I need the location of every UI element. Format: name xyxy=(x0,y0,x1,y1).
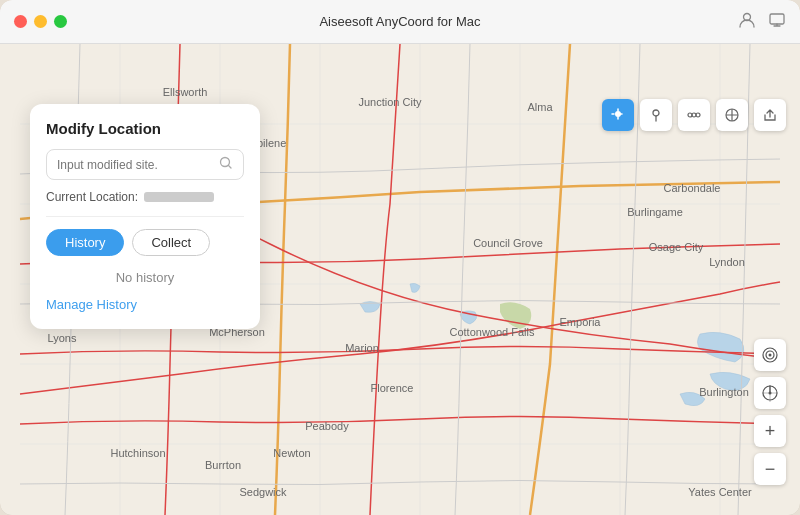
panel-title: Modify Location xyxy=(46,120,244,137)
svg-text:Junction City: Junction City xyxy=(359,96,422,108)
svg-text:Marion: Marion xyxy=(345,342,379,354)
user-icon[interactable] xyxy=(738,11,756,33)
panel-divider xyxy=(46,216,244,217)
svg-text:Florence: Florence xyxy=(371,382,414,394)
no-history-text: No history xyxy=(46,270,244,285)
svg-text:Ellsworth: Ellsworth xyxy=(163,86,208,98)
svg-text:Carbondale: Carbondale xyxy=(664,182,721,194)
radar-button[interactable] xyxy=(754,339,786,371)
current-location: Current Location: xyxy=(46,190,244,204)
svg-point-41 xyxy=(692,113,696,117)
location-mode-button[interactable] xyxy=(602,99,634,131)
svg-text:Yates Center: Yates Center xyxy=(688,486,752,498)
svg-text:Sedgwick: Sedgwick xyxy=(239,486,287,498)
map-toolbar-bottom: + − xyxy=(754,339,786,485)
pin-mode-button[interactable] xyxy=(640,99,672,131)
collect-tab[interactable]: Collect xyxy=(132,229,210,256)
close-button[interactable] xyxy=(14,15,27,28)
svg-text:Osage City: Osage City xyxy=(649,241,704,253)
svg-point-45 xyxy=(769,354,772,357)
search-input[interactable] xyxy=(57,158,219,172)
traffic-lights xyxy=(14,15,67,28)
svg-text:Lyons: Lyons xyxy=(48,332,77,344)
modify-location-panel: Modify Location Current Location: Histor… xyxy=(30,104,260,329)
location-value-blurred xyxy=(144,192,214,202)
export-button[interactable] xyxy=(754,99,786,131)
zoom-out-button[interactable]: − xyxy=(754,453,786,485)
svg-text:Council Grove: Council Grove xyxy=(473,237,543,249)
svg-text:Burlingame: Burlingame xyxy=(627,206,683,218)
window-frame: Aiseesoft AnyCoord for Mac xyxy=(0,0,800,515)
route-mode-button[interactable] xyxy=(716,99,748,131)
search-icon xyxy=(219,156,233,173)
tab-buttons: History Collect xyxy=(46,229,244,256)
svg-text:Lyndon: Lyndon xyxy=(709,256,745,268)
minimize-button[interactable] xyxy=(34,15,47,28)
fullscreen-button[interactable] xyxy=(54,15,67,28)
manage-history-link[interactable]: Manage History xyxy=(46,297,137,312)
svg-text:Burrton: Burrton xyxy=(205,459,241,471)
svg-text:Alma: Alma xyxy=(527,101,553,113)
zoom-in-button[interactable]: + xyxy=(754,415,786,447)
svg-text:Peabody: Peabody xyxy=(305,420,349,432)
compass-button[interactable] xyxy=(754,377,786,409)
svg-text:Newton: Newton xyxy=(273,447,310,459)
svg-point-38 xyxy=(653,110,659,116)
svg-text:Burlington: Burlington xyxy=(699,386,749,398)
svg-text:Hutchinson: Hutchinson xyxy=(110,447,165,459)
screen-icon[interactable] xyxy=(768,11,786,33)
map-area[interactable]: Junction City Alma Abilene Carbondale Bu… xyxy=(0,44,800,515)
svg-text:Cottonwood Falls: Cottonwood Falls xyxy=(450,326,535,338)
search-box[interactable] xyxy=(46,149,244,180)
window-title: Aiseesoft AnyCoord for Mac xyxy=(319,14,480,29)
history-tab[interactable]: History xyxy=(46,229,124,256)
title-bar: Aiseesoft AnyCoord for Mac xyxy=(0,0,800,44)
svg-point-47 xyxy=(769,392,772,395)
title-bar-icons xyxy=(738,11,786,33)
svg-rect-1 xyxy=(770,14,784,24)
map-toolbar-top xyxy=(602,99,786,131)
svg-text:Emporia: Emporia xyxy=(560,316,602,328)
nodes-mode-button[interactable] xyxy=(678,99,710,131)
